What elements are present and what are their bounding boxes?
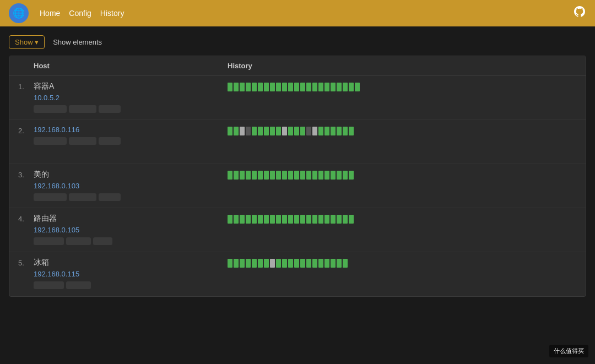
bar-segment (300, 83, 305, 91)
watermark: 什么值得买 (549, 345, 588, 357)
bar-segment (312, 127, 317, 135)
tag (69, 193, 96, 201)
tag (34, 105, 67, 113)
row-number: 4. (18, 214, 34, 223)
bar-segment (331, 83, 336, 91)
show-button[interactable]: Show ▾ (9, 35, 45, 49)
bar-segment (228, 215, 232, 224)
bar-segment (276, 127, 281, 135)
nav-history[interactable]: History (100, 9, 125, 18)
bar-segment (246, 83, 251, 91)
bar-segment (264, 215, 269, 224)
host-tags (34, 105, 228, 113)
bar-segment (228, 171, 232, 180)
tag (34, 137, 67, 145)
show-elements-button[interactable]: Show elements (47, 35, 108, 49)
history-bars (228, 83, 577, 91)
bar-segment (228, 83, 232, 91)
bar-segment (318, 83, 323, 91)
bar-segment (294, 83, 299, 91)
host-tags (34, 137, 228, 145)
host-ip-link[interactable]: 192.168.0.116 (34, 126, 228, 134)
bar-segment (324, 171, 329, 180)
bar-segment (294, 171, 299, 180)
bar-segment (294, 215, 299, 224)
bar-segment (349, 83, 354, 91)
header-left: 🌐 Home Config History (9, 3, 124, 23)
bar-segment (270, 259, 275, 268)
bar-segment (282, 127, 287, 135)
tag (69, 105, 96, 113)
nav-config[interactable]: Config (69, 9, 91, 18)
bar-segment (264, 259, 269, 268)
host-name: 冰箱 (34, 258, 228, 268)
col-host-header: Host (18, 62, 228, 70)
host-info: 美的 192.168.0.103 (34, 170, 228, 201)
bar-segment (252, 83, 257, 91)
table-row: 4. 路由器 192.168.0.105 (9, 208, 586, 252)
history-bars (228, 215, 577, 224)
bar-segment (234, 259, 239, 268)
host-tags (34, 281, 228, 289)
history-chart (228, 170, 577, 180)
bar-segment (324, 215, 329, 224)
bar-segment (276, 171, 281, 180)
bar-segment (288, 259, 293, 268)
bar-segment (337, 259, 342, 268)
host-info: 容器A 10.0.5.2 (34, 82, 228, 113)
bar-segment (258, 83, 263, 91)
table-row: 5. 冰箱 192.168.0.115 (9, 252, 586, 296)
tag (99, 105, 121, 113)
bar-segment (343, 83, 348, 91)
bar-segment (246, 171, 251, 180)
bar-segment (324, 83, 329, 91)
bar-segment (276, 83, 281, 91)
bar-segment (288, 171, 293, 180)
host-info: 冰箱 192.168.0.115 (34, 258, 228, 289)
tag (34, 281, 64, 289)
bar-segment (282, 215, 287, 224)
host-name: 路由器 (34, 214, 228, 224)
bar-segment (324, 127, 329, 135)
bar-segment (337, 127, 342, 135)
tag (66, 281, 91, 289)
bar-segment (270, 215, 275, 224)
table-row: 3. 美的 192.168.0.103 (9, 164, 586, 208)
bar-segment (337, 83, 342, 91)
row-number: 2. (18, 126, 34, 135)
bar-segment (240, 83, 245, 91)
bar-segment (252, 215, 257, 224)
bar-segment (234, 215, 239, 224)
bar-segment (282, 171, 287, 180)
bar-segment (246, 259, 251, 268)
history-chart (228, 214, 577, 224)
bar-segment (276, 215, 281, 224)
toolbar: Show ▾ Show elements (9, 35, 586, 49)
bar-segment (318, 259, 323, 268)
bar-segment (288, 83, 293, 91)
bar-segment (349, 215, 354, 224)
nav-home[interactable]: Home (40, 9, 60, 18)
bar-segment (337, 171, 342, 180)
host-ip-link[interactable]: 192.168.0.115 (34, 270, 228, 278)
bar-segment (306, 259, 311, 268)
bar-segment (270, 127, 275, 135)
host-info: 192.168.0.116 (34, 126, 228, 145)
bar-segment (349, 127, 354, 135)
github-icon[interactable] (573, 5, 586, 21)
bar-segment (318, 127, 323, 135)
bar-segment (306, 83, 311, 91)
host-ip-link[interactable]: 192.168.0.105 (34, 226, 228, 234)
host-tags (34, 193, 228, 201)
bar-segment (300, 215, 305, 224)
tag (34, 193, 67, 201)
bar-segment (276, 259, 281, 268)
bar-segment (324, 259, 329, 268)
bar-segment (312, 171, 317, 180)
host-ip-link[interactable]: 10.0.5.2 (34, 94, 228, 102)
bar-segment (343, 171, 348, 180)
host-ip-link[interactable]: 192.168.0.103 (34, 182, 228, 190)
bar-segment (331, 171, 336, 180)
tag (34, 237, 64, 245)
bar-segment (318, 171, 323, 180)
